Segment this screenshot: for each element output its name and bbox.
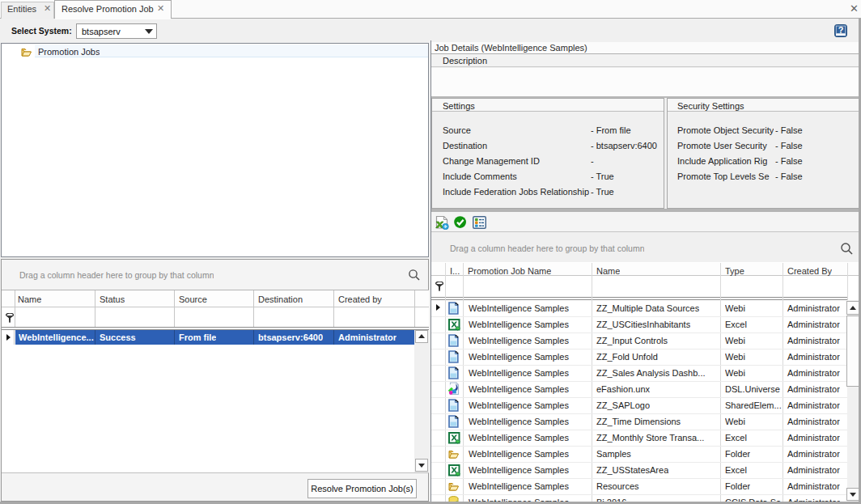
svg-text:?: ? bbox=[838, 25, 844, 35]
